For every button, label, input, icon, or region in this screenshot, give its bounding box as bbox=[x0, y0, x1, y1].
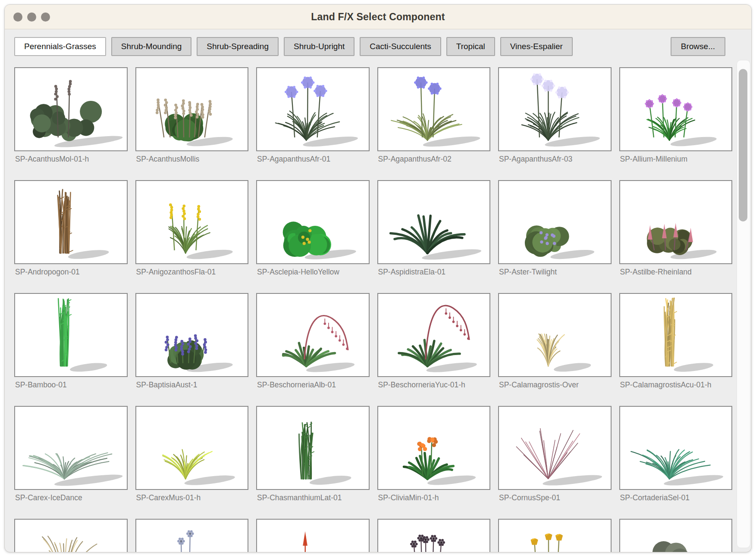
plant-thumbnail[interactable] bbox=[498, 406, 612, 490]
plant-thumbnail[interactable] bbox=[256, 406, 370, 490]
plant-item[interactable]: SP-CalamagrostisAcu-01-h bbox=[619, 293, 733, 390]
plant-thumbnail[interactable] bbox=[619, 180, 733, 264]
plant-thumbnail[interactable] bbox=[135, 180, 249, 264]
plant-label: SP-AcanthusMol-01-h bbox=[15, 155, 128, 164]
plant-label: SP-Allium-Millenium bbox=[620, 155, 733, 164]
tab-shrub-spreading[interactable]: Shrub-Spreading bbox=[197, 37, 279, 56]
plant-item[interactable] bbox=[135, 519, 249, 552]
plant-thumbnail[interactable] bbox=[135, 67, 249, 151]
plant-item[interactable]: SP-AcanthusMol-01-h bbox=[14, 67, 128, 164]
plant-label: SP-ChasmanthiumLat-01 bbox=[257, 493, 370, 502]
plant-thumbnail[interactable] bbox=[14, 406, 128, 490]
plant-thumbnail[interactable] bbox=[135, 293, 249, 377]
plant-label: SP-CliviaMin-01-h bbox=[378, 493, 491, 502]
plant-thumbnail[interactable] bbox=[135, 519, 249, 552]
plant-label: SP-Carex-IceDance bbox=[15, 493, 128, 502]
plant-label: SP-AgapanthusAfr-01 bbox=[257, 155, 370, 164]
plant-thumbnail[interactable] bbox=[619, 519, 733, 552]
plant-item[interactable]: SP-Carex-IceDance bbox=[14, 406, 128, 502]
plant-thumbnail[interactable] bbox=[256, 180, 370, 264]
plant-item[interactable] bbox=[14, 519, 128, 552]
plant-thumbnail[interactable] bbox=[256, 519, 370, 552]
plant-label: SP-CarexMus-01-h bbox=[136, 493, 249, 502]
plant-thumbnail[interactable] bbox=[619, 293, 733, 377]
plant-label: SP-AgapanthusAfr-03 bbox=[499, 155, 612, 164]
plant-thumbnail[interactable] bbox=[135, 406, 249, 490]
plant-thumbnail[interactable] bbox=[377, 67, 491, 151]
plant-label: SP-BeschorneriaAlb-01 bbox=[257, 380, 370, 390]
plant-item[interactable]: SP-BaptisiaAust-1 bbox=[135, 293, 249, 390]
plant-thumbnail[interactable] bbox=[377, 293, 491, 377]
scrollbar-thumb[interactable] bbox=[739, 69, 747, 221]
plant-thumbnail[interactable] bbox=[619, 406, 733, 490]
plant-item[interactable] bbox=[377, 519, 491, 552]
plant-item[interactable]: SP-CliviaMin-01-h bbox=[377, 406, 491, 502]
plant-label: SP-AspidistraEla-01 bbox=[378, 268, 491, 277]
plant-item[interactable]: SP-Astilbe-Rheinland bbox=[619, 180, 733, 277]
plant-label: SP-Calamagrostis-Over bbox=[499, 380, 612, 390]
select-component-window: Land F/X Select Component Perennials-Gra… bbox=[4, 4, 752, 552]
tab-cacti-succulents[interactable]: Cacti-Succulents bbox=[360, 37, 441, 56]
plant-item[interactable]: SP-Andropogon-01 bbox=[14, 180, 128, 277]
plant-thumbnail[interactable] bbox=[14, 67, 128, 151]
browse-button[interactable]: Browse... bbox=[671, 37, 725, 56]
plant-label: SP-Asclepia-HelloYellow bbox=[257, 268, 370, 277]
plant-thumbnail[interactable] bbox=[619, 67, 733, 151]
plant-label: SP-CortaderiaSel-01 bbox=[620, 493, 733, 502]
plant-item[interactable]: SP-Allium-Millenium bbox=[619, 67, 733, 164]
plant-thumbnail[interactable] bbox=[377, 180, 491, 264]
plant-thumbnail[interactable] bbox=[377, 406, 491, 490]
plant-item[interactable] bbox=[256, 519, 370, 552]
plant-label: SP-CornusSpe-01 bbox=[499, 493, 612, 502]
plant-item[interactable]: SP-Bamboo-01 bbox=[14, 293, 128, 390]
plant-label: SP-AcanthusMollis bbox=[136, 155, 249, 164]
plant-thumbnail[interactable] bbox=[498, 180, 612, 264]
plant-item[interactable]: SP-BeschorneriaAlb-01 bbox=[256, 293, 370, 390]
category-tab-bar: Perennials-GrassesShrub-MoundingShrub-Sp… bbox=[14, 37, 725, 56]
plant-item[interactable]: SP-Calamagrostis-Over bbox=[498, 293, 612, 390]
title-bar: Land F/X Select Component bbox=[5, 5, 751, 29]
plant-thumbnail[interactable] bbox=[14, 519, 128, 552]
plant-item[interactable]: SP-AspidistraEla-01 bbox=[377, 180, 491, 277]
plant-item[interactable]: SP-Asclepia-HelloYellow bbox=[256, 180, 370, 277]
plant-item[interactable]: SP-ChasmanthiumLat-01 bbox=[256, 406, 370, 502]
plant-thumbnail[interactable] bbox=[377, 519, 491, 552]
window-title: Land F/X Select Component bbox=[5, 5, 751, 29]
plant-thumbnail[interactable] bbox=[498, 519, 612, 552]
plant-thumbnail[interactable] bbox=[14, 293, 128, 377]
plant-item[interactable]: SP-AgapanthusAfr-03 bbox=[498, 67, 612, 164]
tab-shrub-upright[interactable]: Shrub-Upright bbox=[284, 37, 354, 56]
plant-item[interactable]: SP-AgapanthusAfr-01 bbox=[256, 67, 370, 164]
tab-vines-espalier[interactable]: Vines-Espalier bbox=[500, 37, 573, 56]
plant-item[interactable]: SP-CarexMus-01-h bbox=[135, 406, 249, 502]
plant-label: SP-Bamboo-01 bbox=[15, 380, 128, 390]
plant-thumbnail[interactable] bbox=[498, 293, 612, 377]
plant-thumbnail[interactable] bbox=[14, 180, 128, 264]
plant-label: SP-Astilbe-Rheinland bbox=[620, 268, 733, 277]
plant-thumbnail[interactable] bbox=[498, 67, 612, 151]
plant-label: SP-AgapanthusAfr-02 bbox=[378, 155, 491, 164]
plant-label: SP-Aster-Twilight bbox=[499, 268, 612, 277]
plant-thumbnail[interactable] bbox=[256, 67, 370, 151]
scrollbar-track[interactable] bbox=[737, 60, 750, 548]
plant-item[interactable]: SP-CornusSpe-01 bbox=[498, 406, 612, 502]
plant-label: SP-BaptisiaAust-1 bbox=[136, 380, 249, 390]
plant-item[interactable] bbox=[498, 519, 612, 552]
plant-item[interactable]: SP-CortaderiaSel-01 bbox=[619, 406, 733, 502]
plant-label: SP-CalamagrostisAcu-01-h bbox=[620, 380, 733, 390]
plant-item[interactable]: SP-AcanthusMollis bbox=[135, 67, 249, 164]
plant-thumbnail[interactable] bbox=[256, 293, 370, 377]
plant-label: SP-Andropogon-01 bbox=[15, 268, 128, 277]
tab-tropical[interactable]: Tropical bbox=[446, 37, 495, 56]
plant-item[interactable]: SP-AnigozanthosFla-01 bbox=[135, 180, 249, 277]
tab-perennials-grasses[interactable]: Perennials-Grasses bbox=[14, 37, 106, 56]
tab-shrub-mounding[interactable]: Shrub-Mounding bbox=[111, 37, 191, 56]
plant-label: SP-AnigozanthosFla-01 bbox=[136, 268, 249, 277]
plant-item[interactable]: SP-BeschorneriaYuc-01-h bbox=[377, 293, 491, 390]
plant-item[interactable]: SP-AgapanthusAfr-02 bbox=[377, 67, 491, 164]
plant-label: SP-BeschorneriaYuc-01-h bbox=[378, 380, 491, 390]
plant-item[interactable] bbox=[619, 519, 733, 552]
screen: Land F/X Select Component Perennials-Gra… bbox=[0, 0, 756, 558]
plant-item[interactable]: SP-Aster-Twilight bbox=[498, 180, 612, 277]
plant-grid: SP-AcanthusMol-01-h SP-AcanthusMollis SP… bbox=[14, 67, 732, 552]
